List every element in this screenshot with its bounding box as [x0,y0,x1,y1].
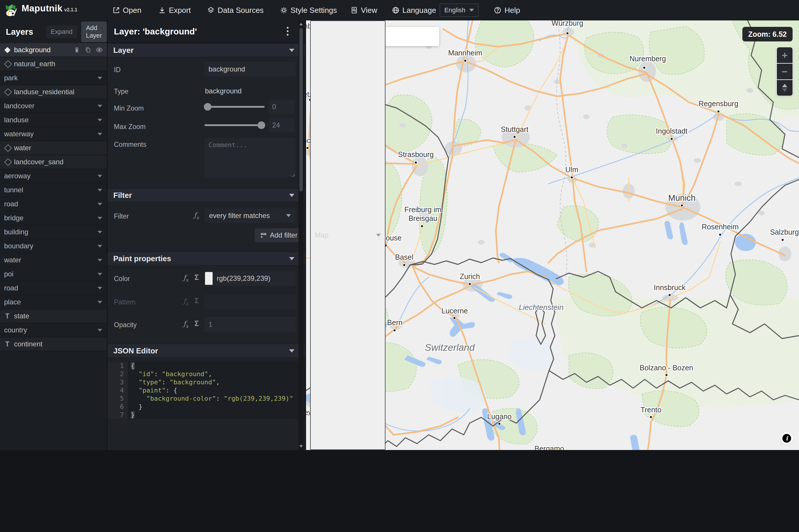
layer-row-landuse_residential[interactable]: landuse_residential [0,85,107,99]
layer-row-continent[interactable]: Tcontinent [0,337,107,352]
layer-row-water[interactable]: water [0,141,107,155]
style-settings-button[interactable]: Style Settings [280,6,337,15]
layer-row-park[interactable]: park [0,71,107,85]
group-collapse-icon[interactable] [97,245,102,247]
open-button[interactable]: Open [112,6,142,15]
city-dot [670,138,673,140]
layer-row-road[interactable]: road [0,281,107,295]
layer-row-poi[interactable]: poi [0,267,107,281]
layer-row-tunnel[interactable]: tunnel [0,183,107,197]
layer-menu-kebab-icon[interactable] [285,26,290,37]
layer-row-boundary[interactable]: boundary [0,239,107,253]
attribution-button[interactable]: i [780,432,793,445]
layer-row-landuse[interactable]: landuse [0,113,107,127]
zoom-function-icon[interactable]: Σ [194,319,199,328]
group-collapse-icon[interactable] [97,329,102,331]
pattern-field[interactable] [204,294,296,309]
max-zoom-slider[interactable] [204,121,265,129]
view-select[interactable]: Map [310,20,386,450]
add-layer-button[interactable]: Add Layer [81,22,107,42]
group-collapse-icon[interactable] [97,175,102,177]
layer-row-water[interactable]: water [0,253,107,267]
layer-row-bridge[interactable]: bridge [0,211,107,225]
group-collapse-icon[interactable] [97,119,102,121]
layer-row-state[interactable]: Tstate [0,309,107,323]
max-zoom-label: Max Zoom [114,123,146,131]
function-icon[interactable]: ƒx [183,274,188,283]
layer-name: landuse_residential [14,88,74,96]
group-collapse-icon[interactable] [97,301,102,304]
zoom-out-button[interactable]: − [777,63,793,79]
map-label-rosenheim: Rosenheim [702,223,739,231]
color-field[interactable]: rgb(239,239,239) [204,271,296,286]
group-collapse-icon[interactable] [97,217,102,220]
json-line[interactable]: 3 "type": "background", [108,378,305,386]
zoom-in-button[interactable]: + [777,47,793,63]
id-field[interactable] [204,62,296,76]
filter-combinator-select[interactable]: every filter matches [204,208,296,223]
zoom-function-icon[interactable]: Σ [194,273,199,282]
function-icon[interactable]: ƒx [183,320,188,329]
color-swatch[interactable] [205,272,212,285]
group-collapse-icon[interactable] [97,77,102,79]
json-code-editor[interactable]: 1{2 "id": "background",3 "type": "backgr… [108,362,305,419]
layer-row-place[interactable]: place [0,295,107,309]
min-zoom-slider[interactable] [204,103,265,111]
section-layer[interactable]: Layer [108,43,305,57]
layer-row-waterway[interactable]: waterway [0,127,107,141]
brand[interactable]: Maputnik v2.1.1 [4,3,77,17]
group-collapse-icon[interactable] [97,231,102,233]
layer-row-background[interactable]: background [0,43,107,57]
language-select[interactable]: English [440,3,479,17]
section-paint[interactable]: Paint properties [108,251,305,266]
view-menu[interactable]: View [350,6,377,15]
group-collapse-icon[interactable] [97,133,102,135]
opacity-field[interactable] [204,317,296,332]
section-json-editor[interactable]: JSON Editor [108,344,305,358]
pitch-toggle-button[interactable] [777,79,793,96]
export-label: Export [169,6,191,15]
json-line[interactable]: 4 "paint": { [108,386,305,395]
layer-row-landcover_sand[interactable]: landcover_sand [0,155,107,169]
city-dot [393,329,396,332]
scroll-up-icon[interactable] [299,23,303,25]
map-label-w-rzburg: Würzburg [552,20,583,27]
json-line[interactable]: 1{ [108,362,305,370]
scrollbar-thumb[interactable] [299,28,303,191]
json-line[interactable]: 5 "background-color": "rgb(239,239,239)" [108,395,305,403]
group-collapse-icon[interactable] [97,287,102,289]
layer-row-aeroway[interactable]: aeroway [0,169,107,183]
add-filter-button[interactable]: Add filter [255,228,303,242]
group-collapse-icon[interactable] [97,189,102,191]
map-label-lucerne: Lucerne [442,307,468,315]
language-menu[interactable]: Language [392,6,436,15]
group-collapse-icon[interactable] [97,259,102,262]
map-label-bergamo: Bergamo [534,444,564,450]
expand-button[interactable]: Expand [46,25,77,38]
group-collapse-icon[interactable] [97,105,102,108]
section-filter[interactable]: Filter [108,188,305,202]
city-dot [668,294,671,297]
group-collapse-icon[interactable] [97,203,102,206]
editor-scrollbar[interactable] [298,20,304,450]
layer-name: water [4,256,21,264]
json-line[interactable]: 6 } [108,403,305,411]
layer-row-natural_earth[interactable]: natural_earth [0,57,107,71]
json-line[interactable]: 2 "id": "background", [108,370,305,378]
data-sources-label: Data Sources [218,6,264,15]
data-sources-button[interactable]: Data Sources [207,6,264,15]
function-icon[interactable]: ƒx [194,211,199,220]
scroll-down-icon[interactable] [299,445,303,448]
group-collapse-icon[interactable] [97,273,102,276]
layer-row-landcover[interactable]: landcover [0,99,107,113]
help-button[interactable]: Help [494,6,520,15]
layer-row-building[interactable]: building [0,225,107,239]
min-zoom-field[interactable] [269,100,295,114]
layer-row-road[interactable]: road [0,197,107,211]
export-button[interactable]: Export [158,6,191,15]
max-zoom-field[interactable] [269,118,295,132]
layer-row-country[interactable]: country [0,323,107,337]
maputnik-app: Maputnik v2.1.1 Open Export Data Sources [0,0,799,450]
comments-field[interactable] [204,138,296,177]
json-line[interactable]: 7} [108,411,305,419]
